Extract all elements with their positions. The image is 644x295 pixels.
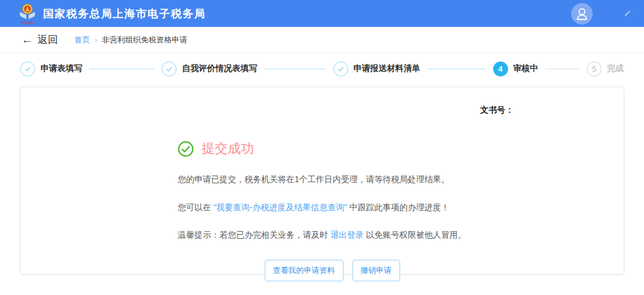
svg-text:中国税务: 中国税务: [21, 20, 35, 24]
result-card: 文书号: 提交成功 您的申请已提交，税务机关将在1个工作日内受理，请等待税局处理…: [20, 87, 624, 275]
document-number: 文书号:: [480, 105, 515, 116]
message-line-3: 温馨提示：若您已办完相关业务，请及时 退出登录 以免账号权限被他人冒用。: [178, 229, 624, 241]
check-circle-icon: [20, 62, 35, 76]
check-circle-icon: [162, 62, 177, 76]
message-line-1: 您的申请已提交，税务机关将在1个工作日内受理，请等待税局处理结果。: [178, 174, 624, 186]
cancel-application-button[interactable]: 撤销申请: [352, 260, 400, 281]
breadcrumb-current: 非营利组织免税资格申请: [102, 35, 187, 45]
step-complete: 5 完成: [587, 62, 624, 76]
back-label: 返回: [38, 33, 58, 47]
step-under-review: 4 审核中: [493, 62, 538, 76]
message-line-2: 您可以在 “我要查询-办税进度及结果信息查询” 中跟踪此事项的办理进度！: [178, 202, 624, 214]
success-title: 提交成功: [202, 140, 254, 158]
person-icon: [571, 3, 593, 24]
edit-icon[interactable]: [624, 10, 632, 18]
site-title: 国家税务总局上海市电子税务局: [43, 7, 206, 21]
action-buttons: 查看我的申请资料 撤销申请: [178, 260, 624, 281]
breadcrumb-separator: ›: [95, 36, 97, 44]
breadcrumb-home-link[interactable]: 首页: [75, 35, 90, 45]
step-connector: [428, 69, 486, 69]
logout-link[interactable]: 退出登录: [330, 230, 364, 239]
check-circle-icon: [333, 62, 348, 76]
step-connector: [264, 69, 326, 69]
success-check-icon: [178, 141, 194, 157]
step-self-evaluation: 自我评价情况表填写: [162, 62, 257, 76]
back-button[interactable]: ← 返回: [21, 33, 58, 47]
step-number-badge: 4: [493, 62, 508, 76]
progress-stepper: 申请表填写 自我评价情况表填写 申请报送材料清单 4 审核中 5 完成: [0, 53, 644, 84]
step-materials-list: 申请报送材料清单: [333, 62, 420, 76]
breadcrumb: 首页 › 非营利组织免税资格申请: [75, 35, 187, 45]
view-application-button[interactable]: 查看我的申请资料: [265, 260, 343, 281]
app-header: 中国税务 国家税务总局上海市电子税务局: [0, 0, 644, 27]
step-connector: [546, 69, 580, 69]
step-number-badge: 5: [587, 62, 602, 76]
success-banner: 提交成功: [178, 140, 624, 158]
tax-emblem-logo: 中国税务: [18, 3, 37, 24]
breadcrumb-bar: ← 返回 首页 › 非营利组织免税资格申请: [0, 27, 644, 53]
step-connector: [89, 69, 154, 69]
document-number-label: 文书号: [480, 105, 505, 115]
user-avatar[interactable]: [571, 3, 593, 24]
query-progress-link[interactable]: “我要查询-办税进度及结果信息查询”: [213, 202, 347, 212]
back-arrow-icon: ←: [21, 34, 33, 45]
step-application-form: 申请表填写: [20, 62, 82, 76]
